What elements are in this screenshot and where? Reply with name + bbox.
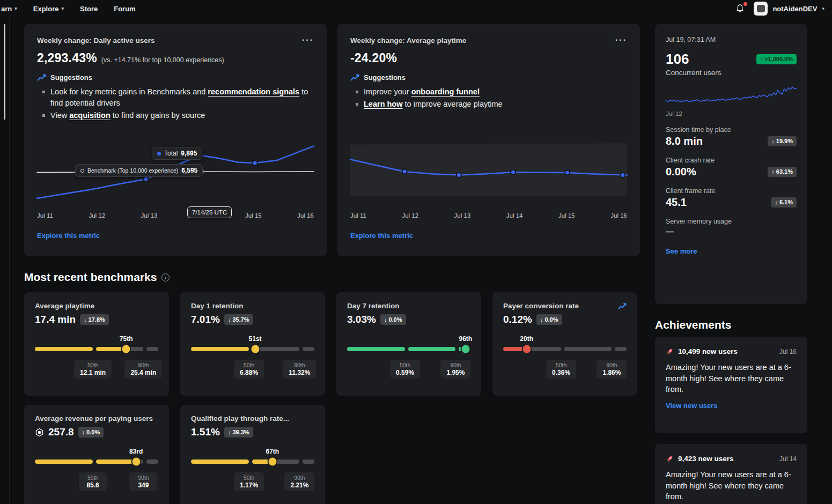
sidebar-stat: Session time by place 8.0 min ↓ 19.9% [666,126,797,147]
percentile-slider: 75th [35,347,158,351]
slider-segment [146,347,158,351]
chart-tooltip-date: 7/14/25 UTC [187,206,232,218]
nav-item-arn[interactable]: arn▾ [1,5,17,13]
stat-value: 0.00% [666,166,696,178]
x-tick: Jul 11 [37,212,53,219]
achievements-heading: Achievements [655,318,731,331]
stat-change-badge: ↓ 19.9% [768,136,797,146]
top-nav: arn▾Explore▾StoreForum notAidenDEV ▾ [0,0,832,17]
playtime-weekly-change-card: Weekly change: Average playtime ··· -24.… [337,24,640,256]
x-tick: Jul 13 [454,212,471,219]
sidebar-stat: Client crash rate 0.00% ↑ 63.1% [666,157,797,178]
x-axis: Jul 11Jul 12Jul 13Jul 14Jul 15Jul 16 [37,212,314,219]
slider-segment [35,347,93,351]
ccu-sparkline [666,84,797,108]
suggestion-link[interactable]: acquisition [69,111,111,120]
x-tick: Jul 15 [558,212,575,219]
p50-box: 50th 85.6 [79,472,107,491]
percentile-label: 83rd [129,448,143,455]
more-menu-button[interactable]: ··· [302,36,314,45]
playtime-line-chart[interactable] [350,139,627,204]
timestamp: Jul 19, 07:31 AM [666,36,797,43]
chart-tooltip-benchmark: Benchmark (Top 10,000 experience) 6,595 [75,164,203,177]
playtime-change-value: -24.20% [350,51,397,65]
stat-value: — [666,227,673,236]
see-more-link[interactable]: See more [666,247,697,255]
benchmark-title: Day 1 retention [191,302,244,310]
dau-change-value: 2,293.43% [37,51,97,65]
chevron-down-icon: ▾ [822,6,824,11]
percentile-marker[interactable] [522,345,531,353]
p50-box: 50th 6.88% [234,360,264,379]
percentile-marker[interactable] [461,345,469,353]
sidebar-stat: Server memory usage — [666,218,797,236]
change-badge: ↓ 0.0% [536,314,562,324]
stat-value: 45.1 [666,196,687,209]
p90-box: 90th 11.32% [283,360,316,379]
p90-box: 90th 349 [129,472,157,491]
achievement-body: Amazing! Your new users are at a 6-month… [666,469,797,502]
suggestions-label: Suggestions [364,73,406,81]
avatar [754,2,768,16]
suggestion-item: Look for key metric gains in Benchmarks … [37,86,314,109]
stat-label: Client frame rate [666,187,797,195]
suggestion-item: View acquisition to find any gains by so… [37,110,314,121]
explore-metric-link[interactable]: Explore this metric [37,232,100,240]
left-scrollbar-thumb[interactable] [4,24,5,120]
change-badge: ↓ 0.0% [380,314,406,324]
percentile-marker[interactable] [132,458,140,466]
p90-box: 90th 1.86% [597,360,627,379]
series-dot-total [157,152,161,155]
benchmark-card: Qualified play through rate... 1.51% ↓ 3… [180,405,325,504]
achievement-date: Jul 14 [779,455,797,463]
benchmarks-heading: Most recent benchmarks i [24,271,170,284]
info-icon[interactable]: i [161,273,170,281]
benchmark-value: 0.12% [503,314,532,325]
stat-change-badge: ↓ 6.1% [771,197,797,207]
change-badge: ↓ 0.0% [78,427,104,437]
concurrent-users-value: 106 [666,51,689,68]
nav-right: notAidenDEV ▾ [735,0,824,17]
benchmark-card: Payer conversion rate 0.12% ↓ 0.0% 20th … [492,292,637,396]
benchmark-card: Average revenue per paying users 257.8 ↓… [24,405,169,504]
benchmark-card: Day 7 retention 3.03% ↓ 0.0% 96th 50th 0… [336,292,481,396]
benchmark-title: Payer conversion rate [503,302,579,310]
notification-dot [743,2,747,6]
benchmark-card: Average playtime 17.4 min ↓ 17.8% 75th 5… [24,292,169,396]
percentile-marker[interactable] [268,458,276,466]
achievement-body: Amazing! Your new users are at a 6-month… [666,362,797,395]
benchmark-value: 7.01% [191,314,220,325]
card-title: Weekly change: Daily active users [37,36,155,45]
suggestion-link[interactable]: recommendation signals [208,87,299,96]
percentile-label: 67th [266,448,279,455]
bullet-icon [42,114,45,117]
percentile-label: 20th [520,335,533,343]
chevron-down-icon: ▾ [14,6,17,11]
bullet-icon [42,91,45,93]
benchmark-title: Day 7 retention [347,302,400,310]
benchmark-title: Average playtime [35,302,94,310]
benchmark-card: Day 1 retention 7.01% ↓ 35.7% 51st 50th … [180,292,325,396]
nav-item-store[interactable]: Store [80,5,98,13]
achievement-title: 9,423 new users [678,455,775,463]
view-new-users-link[interactable]: View new users [666,402,718,410]
notifications-button[interactable] [735,3,746,14]
signals-icon [37,73,46,81]
sparkline-axis-label: Jul 12 [666,110,797,117]
concurrent-users-label: Concurrent users [666,69,797,77]
explore-metric-link[interactable]: Explore this metric [350,232,413,240]
x-tick: Jul 16 [610,212,627,219]
user-menu[interactable]: notAidenDEV ▾ [754,2,824,16]
percentile-marker[interactable] [122,345,130,353]
signals-icon [618,302,627,310]
slider-segment [191,347,249,351]
suggestion-link[interactable]: onboarding funnel [411,87,480,96]
suggestion-link[interactable]: Learn how [364,100,403,108]
nav-left: arn▾Explore▾StoreForum [0,5,136,13]
percentile-marker[interactable] [251,345,259,353]
benchmark-cards: Average playtime 17.4 min ↓ 17.8% 75th 5… [24,292,637,504]
suggestions-label: Suggestions [50,73,92,81]
nav-item-explore[interactable]: Explore▾ [33,5,64,13]
nav-item-forum[interactable]: Forum [114,5,135,13]
more-menu-button[interactable]: ··· [615,36,627,45]
